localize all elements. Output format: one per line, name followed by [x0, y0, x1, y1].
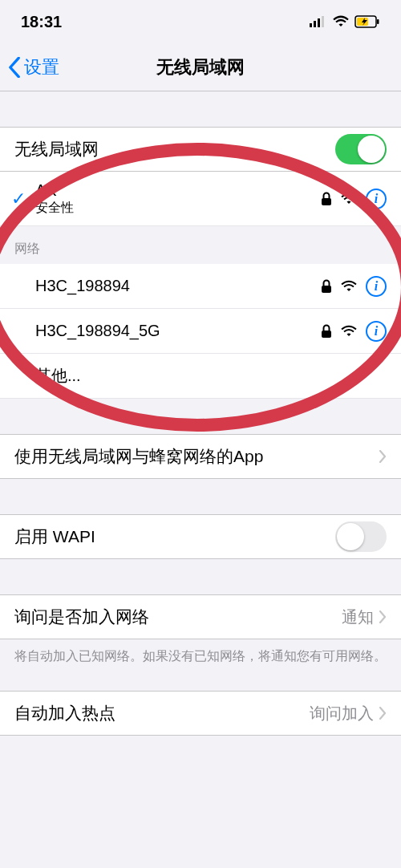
info-icon[interactable]: i — [366, 321, 387, 342]
auto-hotspot-value: 询问加入 — [310, 703, 374, 724]
networks-header: 网络 — [0, 226, 401, 264]
wapi-toggle-switch[interactable] — [335, 521, 387, 552]
chevron-right-icon — [379, 450, 387, 463]
content: 无线局域网 ✓ AK 安全性 i 网络 H3C_198894 i H3C_198… — [0, 91, 401, 736]
battery-charging-icon — [354, 15, 380, 28]
chevron-right-icon — [379, 707, 387, 720]
wlan-toggle-row[interactable]: 无线局域网 — [0, 127, 401, 172]
signal-icon — [310, 16, 327, 27]
lock-icon — [321, 192, 332, 206]
status-right — [310, 15, 380, 28]
chevron-right-icon — [379, 610, 387, 623]
svg-rect-3 — [322, 16, 324, 27]
ask-join-value: 通知 — [342, 606, 374, 628]
wifi-status-icon — [332, 15, 350, 28]
svg-rect-7 — [322, 198, 331, 205]
info-icon[interactable]: i — [366, 276, 387, 297]
wifi-icon — [340, 325, 358, 338]
auto-hotspot-label: 自动加入热点 — [14, 702, 310, 724]
status-time: 18:31 — [21, 13, 62, 31]
status-bar: 18:31 — [0, 0, 401, 43]
lock-icon — [321, 324, 332, 339]
back-label: 设置 — [24, 55, 59, 79]
network-name: H3C_198894_5G — [35, 322, 321, 340]
nav-header: 设置 无线局域网 — [0, 43, 401, 91]
wlan-toggle-label: 无线局域网 — [14, 138, 335, 160]
svg-rect-5 — [377, 19, 379, 24]
info-icon[interactable]: i — [366, 189, 387, 209]
apps-label: 使用无线局域网与蜂窝网络的App — [14, 445, 379, 468]
other-network-label: 其他... — [35, 365, 387, 387]
wapi-label: 启用 WAPI — [14, 525, 335, 548]
connected-network-row[interactable]: ✓ AK 安全性 i — [0, 172, 401, 226]
connected-network-sub: 安全性 — [35, 200, 321, 217]
check-icon: ✓ — [11, 189, 26, 209]
network-name: H3C_198894 — [35, 277, 321, 295]
network-row[interactable]: H3C_198894 i — [0, 264, 401, 309]
svg-rect-9 — [322, 331, 331, 338]
page-title: 无线局域网 — [156, 55, 245, 79]
connected-network-name: AK — [35, 181, 321, 200]
wifi-icon — [340, 280, 358, 293]
svg-rect-1 — [314, 21, 316, 27]
svg-rect-8 — [322, 286, 331, 293]
other-network-row[interactable]: 其他... — [0, 354, 401, 399]
wifi-icon — [340, 193, 358, 205]
back-button[interactable]: 设置 — [0, 55, 59, 79]
ask-join-row[interactable]: 询问是否加入网络 通知 — [0, 594, 401, 639]
svg-rect-0 — [310, 23, 312, 27]
auto-hotspot-row[interactable]: 自动加入热点 询问加入 — [0, 691, 401, 736]
ask-join-label: 询问是否加入网络 — [14, 606, 342, 628]
network-row[interactable]: H3C_198894_5G i — [0, 309, 401, 354]
ask-join-note: 将自动加入已知网络。如果没有已知网络，将通知您有可用网络。 — [0, 639, 401, 673]
wlan-toggle-switch[interactable] — [335, 134, 387, 164]
wapi-row[interactable]: 启用 WAPI — [0, 514, 401, 559]
svg-rect-2 — [318, 18, 320, 27]
apps-row[interactable]: 使用无线局域网与蜂窝网络的App — [0, 434, 401, 479]
lock-icon — [321, 279, 332, 294]
chevron-left-icon — [8, 57, 21, 78]
